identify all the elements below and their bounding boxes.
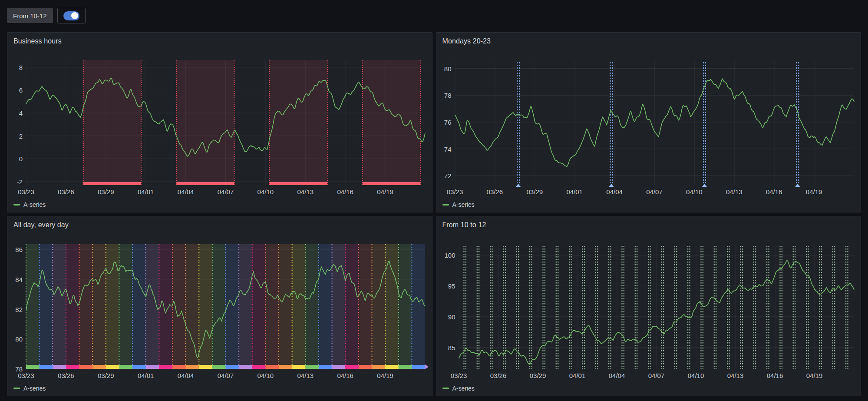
x-axis: 03/2303/2603/2904/0104/0404/0704/1004/13… bbox=[459, 371, 854, 380]
panel-from-10-to-12: From 10 to 12 100959085 03/2303/2603/290… bbox=[436, 216, 861, 396]
dashboard-grid: Business hours 86420-2 03/2303/2603/2904… bbox=[7, 32, 861, 396]
chart-canvas[interactable] bbox=[455, 60, 854, 185]
series-swatch-icon bbox=[442, 388, 449, 389]
x-tick-label: 04/04 bbox=[178, 188, 194, 196]
y-tick-label: 2 bbox=[19, 132, 23, 139]
plot-area: 8078767472 03/2303/2603/2904/0104/0404/0… bbox=[442, 60, 854, 196]
x-tick-label: 03/26 bbox=[58, 372, 74, 379]
legend-label: A-series bbox=[23, 385, 46, 392]
dashboard-controls-bar: From 10-12 bbox=[0, 0, 868, 25]
x-tick-label: 03/26 bbox=[58, 188, 74, 196]
x-tick-label: 04/10 bbox=[688, 372, 704, 379]
y-tick-label: -2 bbox=[17, 178, 23, 186]
panel-title[interactable]: From 10 to 12 bbox=[436, 216, 861, 229]
x-tick-label: 03/29 bbox=[530, 372, 546, 379]
x-tick-label: 04/10 bbox=[257, 372, 274, 379]
x-tick-label: 04/13 bbox=[297, 372, 314, 379]
chart-svg bbox=[455, 60, 854, 185]
panel-mondays-20-23: Mondays 20-23 8078767472 03/2303/2603/29… bbox=[436, 32, 861, 212]
legend-item[interactable]: A-series bbox=[13, 201, 46, 208]
y-tick-label: 90 bbox=[448, 313, 455, 320]
x-tick-label: 04/01 bbox=[138, 372, 154, 379]
panel-title[interactable]: Business hours bbox=[7, 33, 432, 45]
y-axis: 100959085 bbox=[442, 244, 459, 369]
toggle-knob-icon bbox=[71, 12, 78, 19]
x-tick-label: 04/04 bbox=[606, 188, 623, 196]
variable-label: From 10-12 bbox=[7, 8, 53, 23]
y-tick-label: 95 bbox=[448, 282, 455, 290]
legend-label: A-series bbox=[452, 385, 475, 392]
plot-area: 86420-2 03/2303/2603/2904/0104/0404/0704… bbox=[13, 60, 425, 196]
x-tick-label: 04/10 bbox=[686, 188, 703, 196]
y-axis: 8684828078 bbox=[13, 244, 26, 369]
chart-svg bbox=[26, 60, 425, 185]
y-tick-label: 82 bbox=[15, 305, 23, 313]
y-tick-label: 72 bbox=[444, 172, 452, 179]
x-tick-label: 04/10 bbox=[257, 188, 274, 196]
legend-item[interactable]: A-series bbox=[442, 385, 475, 392]
chart-canvas[interactable] bbox=[26, 60, 425, 185]
x-tick-label: 04/07 bbox=[218, 188, 234, 196]
y-tick-label: 76 bbox=[444, 118, 452, 126]
x-axis: 03/2303/2603/2904/0104/0404/0704/1004/13… bbox=[455, 187, 854, 196]
chart-canvas[interactable] bbox=[459, 244, 854, 369]
series-swatch-icon bbox=[13, 204, 20, 205]
y-tick-label: 84 bbox=[15, 275, 23, 283]
legend-label: A-series bbox=[23, 201, 46, 208]
x-tick-label: 03/23 bbox=[447, 188, 463, 196]
panel-title[interactable]: All day, every day bbox=[7, 216, 432, 229]
x-tick-label: 04/01 bbox=[138, 188, 154, 196]
plot-area: 100959085 03/2303/2603/2904/0104/0404/07… bbox=[442, 244, 854, 380]
x-tick-label: 04/16 bbox=[766, 188, 782, 196]
panel-business-hours: Business hours 86420-2 03/2303/2603/2904… bbox=[7, 32, 432, 212]
x-tick-label: 04/16 bbox=[767, 372, 783, 379]
x-tick-label: 03/29 bbox=[527, 188, 543, 196]
x-tick-label: 04/13 bbox=[297, 188, 314, 196]
y-tick-label: 4 bbox=[19, 109, 23, 117]
y-tick-label: 86 bbox=[15, 246, 23, 253]
legend-item[interactable]: A-series bbox=[13, 385, 46, 392]
y-tick-label: 0 bbox=[19, 155, 23, 162]
chart-canvas[interactable] bbox=[26, 244, 425, 369]
legend-label: A-series bbox=[452, 201, 475, 208]
x-tick-label: 04/07 bbox=[218, 372, 234, 379]
chart-svg bbox=[26, 244, 425, 369]
plot-area: 8684828078 03/2303/2603/2904/0104/0404/0… bbox=[13, 244, 425, 380]
y-tick-label: 8 bbox=[19, 63, 23, 71]
x-tick-label: 04/04 bbox=[609, 372, 625, 379]
panel-all-day-every-day: All day, every day 8684828078 03/2303/26… bbox=[7, 216, 432, 396]
y-axis: 8078767472 bbox=[442, 60, 455, 185]
y-tick-label: 100 bbox=[444, 252, 455, 259]
annotations-toggle[interactable] bbox=[63, 11, 79, 20]
x-tick-label: 03/26 bbox=[487, 188, 503, 196]
chart-svg bbox=[459, 244, 854, 369]
x-tick-label: 04/13 bbox=[727, 372, 744, 379]
y-tick-label: 74 bbox=[444, 145, 452, 152]
legend-item[interactable]: A-series bbox=[442, 201, 475, 208]
x-tick-label: 04/07 bbox=[648, 372, 665, 379]
y-axis: 86420-2 bbox=[13, 60, 26, 185]
x-tick-label: 04/19 bbox=[806, 372, 823, 379]
x-tick-label: 04/01 bbox=[569, 372, 586, 379]
x-tick-label: 04/13 bbox=[726, 188, 743, 196]
y-tick-label: 85 bbox=[448, 344, 455, 351]
x-tick-label: 03/29 bbox=[98, 188, 114, 196]
x-tick-label: 03/26 bbox=[490, 372, 507, 379]
y-tick-label: 80 bbox=[444, 65, 452, 72]
x-tick-label: 03/29 bbox=[98, 372, 114, 379]
x-tick-label: 04/04 bbox=[178, 372, 194, 379]
panel-title[interactable]: Mondays 20-23 bbox=[436, 33, 861, 45]
x-tick-label: 03/23 bbox=[451, 372, 467, 379]
x-tick-label: 04/07 bbox=[646, 188, 663, 196]
x-tick-label: 04/19 bbox=[377, 188, 393, 196]
y-tick-label: 80 bbox=[15, 335, 23, 343]
y-tick-label: 78 bbox=[444, 92, 452, 99]
series-swatch-icon bbox=[13, 388, 20, 389]
x-tick-label: 04/16 bbox=[337, 372, 353, 379]
x-tick-label: 03/23 bbox=[18, 188, 34, 196]
x-tick-label: 04/01 bbox=[566, 188, 583, 196]
series-swatch-icon bbox=[442, 204, 449, 205]
x-tick-label: 04/19 bbox=[377, 372, 393, 379]
x-axis: 03/2303/2603/2904/0104/0404/0704/1004/13… bbox=[26, 187, 425, 196]
x-axis: 03/2303/2603/2904/0104/0404/0704/1004/13… bbox=[26, 371, 425, 380]
